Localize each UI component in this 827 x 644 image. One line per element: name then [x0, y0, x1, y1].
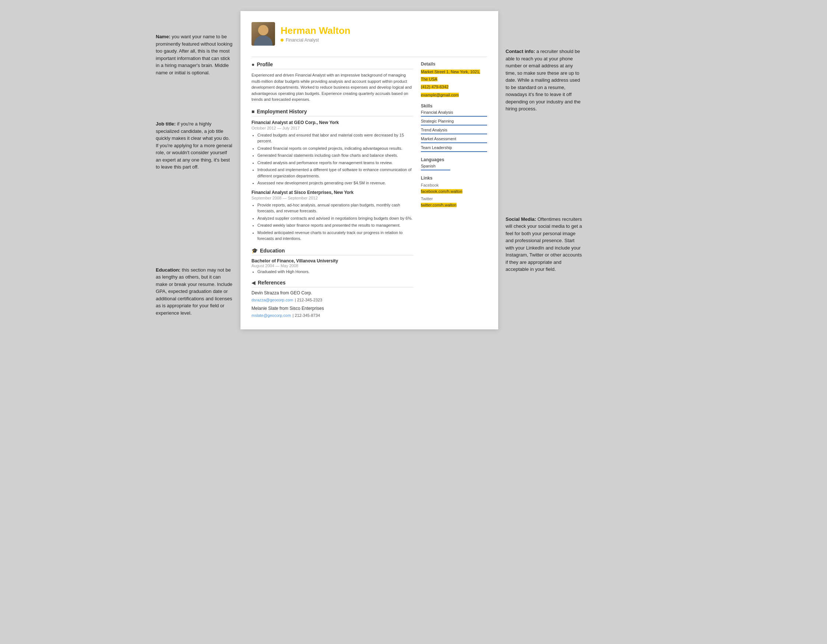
name-annotation-bold: Name: [156, 34, 170, 39]
job2-dates: September 2008 — September 2012 [251, 196, 414, 200]
job1-dates: October 2012 — July 2017 [251, 126, 414, 130]
job1-bullet-4: Created analysis and perfomance reports … [257, 160, 414, 166]
references-icon: ◀ [251, 280, 256, 286]
name-annotation-text: you want your name to be prominently fea… [156, 34, 232, 75]
left-annotations: Name: you want your name to be prominent… [156, 11, 237, 328]
contact-annotation: Contact info: a recruiter should be able… [506, 48, 583, 113]
avatar [251, 22, 275, 46]
link2-url[interactable]: twitter.com/h.walton [421, 201, 487, 208]
avatar-body [254, 35, 273, 46]
education-section-header: 🎓 Education [251, 248, 414, 255]
skill-5: Team Leadership [421, 145, 487, 152]
languages-section: Languages Spanish [421, 157, 487, 170]
job-title-annotation-text: if you're a highly specialized candidate… [156, 121, 232, 170]
avatar-face [258, 25, 268, 35]
job1-bullet-6: Assessed new development projects genera… [257, 180, 414, 186]
reference2: Melanie Slate from Sisco Enterprises msl… [251, 306, 414, 318]
reference1-name: Devin Strazza from GEO Corp. [251, 290, 414, 296]
edu-degree: Bachelor of Finance, Villanova Universit… [251, 258, 414, 263]
reference1-email: dsrazza@geocorp.com [251, 298, 293, 302]
avatar-image [251, 22, 275, 46]
links-section: Links Facebook facebook.com/h.walton Twi… [421, 176, 487, 208]
job1-bullet-3: Generated financial statements including… [257, 152, 414, 159]
link1-label: Facebook [421, 183, 487, 187]
resume-right-col: Details Market Street 1, New York, 1021,… [421, 61, 487, 318]
employment-section-header: ■ Employment History [251, 109, 414, 116]
reference2-email: mslate@geocorp.com [251, 313, 291, 317]
job2-bullets: Provide reports, ad-hoc analysis, annual… [251, 202, 414, 242]
education-annotation: Education: this section may not be as le… [156, 266, 233, 317]
edu-bullets: Graduated with High Honors. [251, 269, 414, 274]
edu-dates: August 2004 — May 2008 [251, 263, 414, 268]
details-email-text: example@gmail.com [421, 93, 459, 97]
skill-3: Trend Analysis [421, 128, 487, 134]
job-title-annotation: Job title: if you're a highly specialize… [156, 120, 233, 171]
job1-title: Financial Analyst at GEO Corp., New York [251, 120, 414, 125]
resume-body: ● Profile Experienced and driven Financi… [251, 61, 487, 318]
name-annotation: Name: you want your name to be prominent… [156, 33, 233, 76]
details-section-title: Details [421, 61, 487, 67]
skill-4: Market Assessment [421, 137, 487, 143]
job2-title: Financial Analyst at Sisco Enterprises, … [251, 190, 414, 195]
job1-bullet-1: Created budgets and ensured that labor a… [257, 132, 414, 144]
link2-url-text: twitter.com/h.walton [421, 203, 457, 207]
language-1: Spanish [421, 164, 450, 170]
reference1: Devin Strazza from GEO Corp. dsrazza@geo… [251, 290, 414, 303]
details-phone: (412) 479-6342 [421, 83, 487, 90]
skills-section-title: Skills [421, 103, 487, 109]
title-dot-icon [281, 39, 284, 42]
details-address: Market Street 1, New York, 1021, The USA [421, 68, 487, 82]
references-section-title: References [258, 280, 286, 286]
details-address-text: Market Street 1, New York, 1021, The USA [421, 70, 480, 81]
skill-1: Financial Analysis [421, 110, 487, 117]
candidate-title-row: Financial Analyst [281, 37, 487, 43]
link1-url[interactable]: facebook.com/h.walton [421, 188, 487, 194]
education-annotation-text: this section may not be as lengthy as ot… [156, 267, 232, 316]
job2-bullet-3: Created weekly labor finance reports and… [257, 222, 414, 229]
skill-2: Strategic Planning [421, 119, 487, 126]
profile-icon: ● [251, 61, 254, 67]
job2-bullet-2: Analyzed supplier contracts and advised … [257, 215, 414, 221]
header-divider [251, 57, 487, 57]
resume-left-col: ● Profile Experienced and driven Financi… [251, 61, 414, 318]
references-section-header: ◀ References [251, 280, 414, 288]
job2-bullet-4: Modeled anticipated revenue charts to ac… [257, 230, 414, 242]
header-text: Herman Walton Financial Analyst [281, 25, 487, 43]
edu-bullet-1: Graduated with High Honors. [257, 269, 414, 274]
details-email: example@gmail.com [421, 91, 487, 99]
job1-bullet-5: Introduced and implemented a different t… [257, 167, 414, 179]
employment-icon: ■ [251, 109, 254, 114]
languages-section-title: Languages [421, 157, 487, 162]
links-section-title: Links [421, 176, 487, 181]
candidate-name: Herman Walton [281, 25, 487, 36]
education-annotation-bold: Education: [156, 267, 180, 273]
resume-header: Herman Walton Financial Analyst [251, 22, 487, 49]
job1-bullet-2: Created financial reports on completed p… [257, 145, 414, 152]
profile-section-title: Profile [257, 61, 273, 67]
link2-label: Twitter [421, 196, 487, 201]
profile-section-header: ● Profile [251, 61, 414, 69]
job1-bullets: Created budgets and ensured that labor a… [251, 132, 414, 186]
page-wrapper: Name: you want your name to be prominent… [156, 11, 671, 329]
candidate-job-title: Financial Analyst [286, 37, 319, 43]
job2-bullet-1: Provide reports, ad-hoc analysis, annual… [257, 202, 414, 214]
reference1-phone: | 212-345-2323 [295, 298, 322, 302]
employment-section-title: Employment History [257, 109, 307, 114]
skills-section: Skills Financial Analysis Strategic Plan… [421, 103, 487, 152]
education-section-title: Education [260, 248, 285, 254]
link1-url-text: facebook.com/h.walton [421, 189, 462, 194]
profile-text: Experienced and driven Financial Analyst… [251, 72, 414, 103]
social-annotation: Social Media: Oftentimes recruiters will… [506, 216, 583, 273]
details-phone-text: (412) 479-6342 [421, 85, 448, 89]
resume-card: Herman Walton Financial Analyst ● Profil… [240, 11, 498, 329]
reference2-phone: | 212-345-8734 [293, 313, 320, 317]
job-title-annotation-bold: Job title: [156, 121, 176, 127]
education-icon: 🎓 [251, 248, 258, 254]
right-annotations: Contact info: a recruiter should be able… [502, 11, 583, 288]
reference2-name: Melanie Slate from Sisco Enterprises [251, 306, 414, 311]
details-section: Details Market Street 1, New York, 1021,… [421, 61, 487, 98]
